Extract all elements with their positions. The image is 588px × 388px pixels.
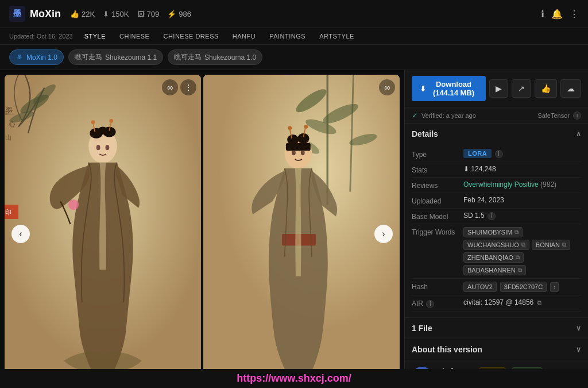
info-btn[interactable]: ℹ: [541, 9, 544, 20]
tag-style[interactable]: STYLE: [80, 32, 110, 41]
svg-point-8: [96, 145, 100, 150]
main-layout: 墨 心 山 印 ⋮ ∞ ‹ +☺ 🔥 16 ❤ 12 ⚡ 0 ℹ: [0, 70, 588, 388]
download-btn-label: Download (144.14 MB): [430, 80, 478, 97]
svg-point-33: [301, 150, 305, 155]
type-value: LORA i: [463, 149, 581, 158]
stat-downloads-value: 150K: [111, 10, 129, 18]
notification-btn[interactable]: 🔔: [551, 9, 563, 20]
reviews-positive[interactable]: Overwhelmingly Positive: [463, 180, 539, 189]
detail-row-reviews: Reviews Overwhelmingly Positive (982): [412, 178, 581, 193]
air-copy-icon[interactable]: ⧉: [537, 299, 541, 306]
image-card-1: 墨 心 山 印 ⋮ ∞ ‹ +☺ 🔥 16 ❤ 12 ⚡ 0 ℹ: [5, 75, 201, 388]
pill-brand-icon-1: 墨: [16, 53, 24, 62]
image-1-more-btn[interactable]: ⋮: [180, 79, 196, 95]
one-file-section[interactable]: 1 File ∨: [405, 318, 588, 339]
hash-expand[interactable]: ›: [550, 282, 559, 292]
bookmark-button[interactable]: ☁: [560, 79, 581, 98]
base-model-label: Base Model: [412, 212, 463, 221]
more-options-btn[interactable]: ⋮: [570, 9, 579, 20]
svg-point-37: [288, 126, 292, 130]
stat-likes-value: 22K: [82, 10, 95, 18]
air-info-icon[interactable]: i: [426, 300, 434, 308]
download-btn-icon: ⬇: [420, 84, 426, 93]
copy-icon-5[interactable]: ⧉: [518, 267, 522, 274]
copy-icon-2[interactable]: ⧉: [521, 241, 525, 248]
verified-icon: ✓: [412, 111, 418, 120]
verified-row: ✓ Verified: a year ago SafeTensor i: [405, 107, 588, 124]
trigger-shuimobysim: SHUIMOBYSIM ⧉: [463, 227, 523, 237]
one-file-chevron: ∨: [576, 324, 581, 332]
svg-text:印: 印: [5, 209, 11, 216]
image-2: ∞ ›: [203, 75, 400, 388]
svg-point-32: [292, 150, 296, 155]
reviews-count: (982): [540, 180, 556, 189]
image-1-infinity-icon[interactable]: ∞: [162, 79, 178, 95]
pill-shuke11[interactable]: 瞧可走马 Shukezouma 1.1: [68, 49, 163, 65]
pill-shuke11-prefix: 瞧可走马: [75, 52, 102, 62]
pill-shuke10-prefix: 瞧可走马: [174, 52, 202, 62]
tag-paintings[interactable]: PAINTINGS: [265, 32, 310, 41]
about-section: About this version ∨: [405, 339, 588, 360]
image-card-2: ∞ › +☺ 🔥 12 ❤ 12 ⚡ 0 ℹ: [203, 75, 400, 388]
lora-badge: LORA: [463, 149, 492, 158]
stats-value: ⬇ 124,248: [463, 165, 581, 173]
copy-icon-1[interactable]: ⧉: [514, 229, 519, 236]
image-2-infinity-icon[interactable]: ∞: [379, 79, 395, 95]
pill-moxin10[interactable]: 墨 MoXin 1.0: [9, 49, 64, 65]
copy-icon-3[interactable]: ⧉: [562, 241, 566, 248]
header-right: ℹ 🔔 ⋮: [541, 9, 579, 20]
detail-row-air: AIR i civitai: 12597 @ 14856 ⧉: [412, 295, 581, 312]
pill-shuke10[interactable]: 瞧可走马 Shukezouma 1.0: [168, 49, 262, 65]
like-button[interactable]: 👍: [535, 79, 557, 98]
pill-moxin10-label: MoXin 1.0: [26, 53, 57, 62]
type-info-icon[interactable]: i: [495, 150, 503, 158]
share-button[interactable]: ↗: [512, 79, 531, 98]
svg-point-10: [68, 199, 79, 210]
download-icon: ⬇: [103, 10, 109, 18]
hash-label: Hash: [412, 282, 463, 291]
prev-btn[interactable]: ‹: [11, 225, 30, 243]
svg-text:墨: 墨: [5, 106, 13, 116]
brand-icon: 墨: [9, 6, 25, 22]
detail-row-type: Type LORA i: [412, 147, 581, 162]
verified-text: Verified: a year ago: [421, 112, 476, 119]
tag-chinese-dress[interactable]: CHINESE DRESS: [158, 32, 223, 41]
details-table: Type LORA i Stats ⬇ 124,248 Reviews: [405, 144, 588, 317]
image-1: 墨 心 山 印 ⋮ ∞ ‹: [5, 75, 201, 388]
play-button[interactable]: ▶: [489, 79, 508, 98]
trigger-tags-wrap: SHUIMOBYSIM ⧉ WUCHANGSHUO ⧉ BONIAN ⧉ ZHE…: [463, 227, 581, 275]
tag-artstyle[interactable]: ARTSTYLE: [315, 32, 359, 41]
pills-row: 墨 MoXin 1.0 瞧可走马 Shukezouma 1.1 瞧可走马 Shu…: [0, 45, 588, 70]
base-model-info-icon[interactable]: i: [488, 212, 496, 220]
details-chevron: ∧: [576, 130, 581, 138]
safe-tensor-info-icon[interactable]: i: [573, 112, 581, 120]
details-section-header[interactable]: Details ∧: [405, 124, 588, 144]
air-label: AIR i: [412, 298, 463, 308]
image-icon: 🖼: [137, 10, 145, 18]
download-bar: ⬇ Download (144.14 MB) ▶ ↗ 👍 ☁: [405, 70, 588, 107]
tag-chinese[interactable]: CHINESE: [115, 32, 154, 41]
about-section-header[interactable]: About this version ∨: [405, 339, 588, 360]
hash-wrap: AUTOV2 3FD52C707C ›: [463, 282, 581, 292]
download-button[interactable]: ⬇ Download (144.14 MB): [412, 76, 486, 101]
bolt-icon: ⚡: [167, 10, 176, 18]
detail-row-hash: Hash AUTOV2 3FD52C707C ›: [412, 279, 581, 295]
base-model-value: SD 1.5 i: [463, 212, 581, 220]
stat-images-value: 709: [147, 10, 160, 18]
hash-value: AUTOV2 3FD52C707C ›: [463, 282, 581, 292]
svg-point-38: [304, 125, 308, 129]
tag-hanfu[interactable]: HANFU: [228, 32, 260, 41]
pill-shuke11-label: Shukezouma 1.1: [105, 53, 157, 62]
right-panel: ⬇ Download (144.14 MB) ▶ ↗ 👍 ☁ ✓ Verifie…: [404, 70, 588, 388]
trigger-words-value: SHUIMOBYSIM ⧉ WUCHANGSHUO ⧉ BONIAN ⧉ ZHE…: [463, 227, 581, 275]
brand-name: MoXin: [30, 8, 61, 20]
svg-point-14: [109, 119, 113, 123]
stat-bolt-value: 986: [179, 10, 191, 18]
stats-label: Stats: [412, 165, 463, 174]
svg-point-30: [297, 133, 309, 144]
safe-tensor-label: SafeTensor: [537, 112, 570, 119]
svg-text:山: 山: [5, 134, 11, 141]
copy-icon-4[interactable]: ⧉: [516, 254, 520, 261]
next-btn[interactable]: ›: [374, 225, 393, 243]
detail-row-stats: Stats ⬇ 124,248: [412, 162, 581, 178]
